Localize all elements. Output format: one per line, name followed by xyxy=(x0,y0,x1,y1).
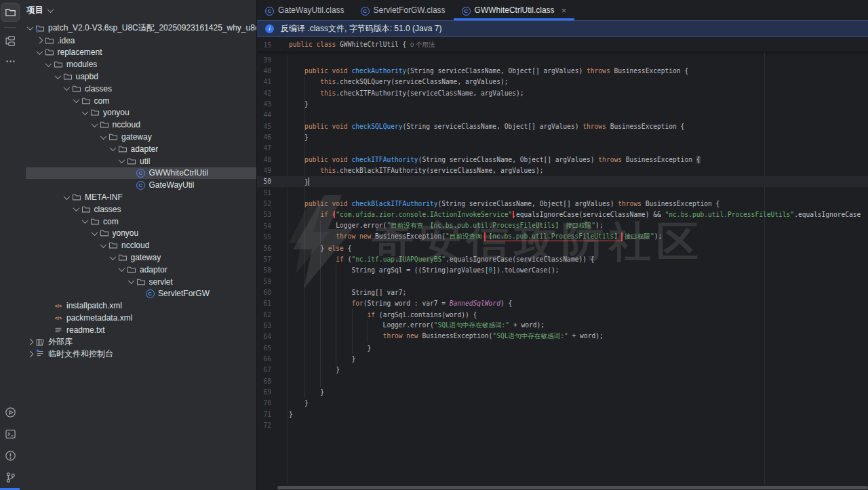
code-editor[interactable]: 3940 public void checkAuthority(String s… xyxy=(257,54,868,490)
tree-item-servlet[interactable]: servlet xyxy=(26,276,256,288)
chevron-down-icon[interactable] xyxy=(62,195,71,200)
tree-item--[interactable]: 外部库 xyxy=(26,336,256,348)
tree-item-com[interactable]: com xyxy=(26,216,256,228)
tree-item-GWWhiteCtrlUtil[interactable]: CGWWhiteCtrlUtil xyxy=(26,167,256,180)
chevron-down-icon[interactable] xyxy=(108,256,117,260)
chevron-down-icon[interactable] xyxy=(108,146,117,151)
code-line-46[interactable]: 46 } xyxy=(257,131,868,142)
code-line-72[interactable]: 72 xyxy=(257,420,868,430)
tree-item-adaptor[interactable]: adaptor xyxy=(26,264,256,276)
chevron-down-icon[interactable] xyxy=(99,243,108,248)
tree-item-replacement[interactable]: replacement xyxy=(26,47,256,59)
chevron-down-icon[interactable] xyxy=(54,75,62,79)
code-line-69[interactable]: 69 } xyxy=(257,386,868,397)
tree-item-yonyou[interactable]: yonyou xyxy=(26,107,256,119)
tree-item-GateWayUtil[interactable]: CGateWayUtil xyxy=(26,179,256,191)
code-line-54[interactable]: 54 Logger.error("目前没有查 【nc.bs.pub.util.P… xyxy=(257,220,868,231)
tree-item-patch_V2.0-V3.6sp_U8C-_20250923161425_why_u8c_-[interactable]: patch_V2.0-V3.6sp_U8C适配_20250923161425_w… xyxy=(26,22,256,35)
code-line-67[interactable]: 67 } xyxy=(257,365,868,375)
code-line-44[interactable]: 44 xyxy=(257,110,868,121)
tree-item-nccloud[interactable]: nccloud xyxy=(26,239,256,251)
terminal-icon[interactable] xyxy=(1,425,19,443)
code-line-68[interactable]: 68 xyxy=(257,375,868,386)
code-line-55[interactable]: 55 throw new BusinessException("目前没查询 【n… xyxy=(257,232,868,243)
tree-item-modules[interactable]: modules xyxy=(26,58,256,70)
chevron-down-icon[interactable] xyxy=(72,207,81,211)
chevron-down-icon[interactable] xyxy=(44,62,53,67)
code-line-56[interactable]: 56 } else { xyxy=(257,243,868,253)
tree-item-installpatch.xml[interactable]: </>installpatch.xml xyxy=(26,300,256,312)
tree-item-classes[interactable]: classes xyxy=(26,83,256,95)
tab-GWWhiteCtrlUtil.class[interactable]: CGWWhiteCtrlUtil.class× xyxy=(454,0,575,20)
chevron-down-icon[interactable] xyxy=(81,219,90,224)
code-line-62[interactable]: 62 if (argSql.contains(word)) { xyxy=(257,309,868,320)
code-line-71[interactable]: 71} xyxy=(257,409,868,420)
tree-item-util[interactable]: util xyxy=(26,155,256,167)
code-line-43[interactable]: 43 } xyxy=(257,98,868,109)
code-line-47[interactable]: 47 xyxy=(257,143,868,154)
code-line-53[interactable]: 53 if ("com.ufida.zior.console.IActionIn… xyxy=(257,209,868,220)
code-line-52[interactable]: 52 public void checkBlackITFAuthority(St… xyxy=(257,198,868,209)
chevron-down-icon[interactable] xyxy=(72,98,81,103)
code-line-49[interactable]: 49 this.checkBlackITFAuthority(serviceCl… xyxy=(257,165,868,176)
chevron-down-icon[interactable] xyxy=(127,279,136,284)
chevron-right-icon[interactable] xyxy=(35,38,44,43)
code-line-59[interactable]: 59 xyxy=(257,276,868,287)
tree-item-yonyou[interactable]: yonyou xyxy=(26,228,256,240)
problems-icon[interactable] xyxy=(1,447,19,464)
code-line-41[interactable]: 41 this.checkSQLQuery(serviceClassName, … xyxy=(257,77,868,87)
chevron-down-icon[interactable] xyxy=(35,50,44,55)
tree-item--[interactable]: 临时文件和控制台 xyxy=(26,348,256,361)
chevron-down-icon[interactable] xyxy=(117,159,126,163)
chevron-right-icon[interactable] xyxy=(26,352,35,356)
chevron-down-icon[interactable] xyxy=(81,110,90,115)
code-line-40[interactable]: 40 public void checkAuthority(String ser… xyxy=(257,65,868,76)
line-number: 41 xyxy=(257,78,289,85)
chevron-down-icon[interactable] xyxy=(90,123,99,127)
code-line-61[interactable]: 61 for(String word : var7 = BannedSqlWor… xyxy=(257,298,868,309)
tree-item-ServletForGW[interactable]: CServletForGW xyxy=(26,288,256,300)
tree-item-gateway[interactable]: gateway xyxy=(26,251,256,264)
code-line-57[interactable]: 57 if ("nc.itf.uap.IUAPQueryBS".equalsIg… xyxy=(257,253,868,264)
git-branch-icon[interactable] xyxy=(1,468,19,486)
project-folder-icon[interactable] xyxy=(1,3,20,22)
code-line-65[interactable]: 65 } xyxy=(257,342,868,353)
chevron-down-icon[interactable] xyxy=(99,135,108,140)
tree-item-.idea[interactable]: .idea xyxy=(26,35,256,47)
code-line-48[interactable]: 48 public void checkITFAuthority(String … xyxy=(257,154,868,165)
editor-pane[interactable]: CGateWayUtil.classCServletForGW.classCGW… xyxy=(257,0,868,490)
chevron-right-icon[interactable] xyxy=(26,340,35,344)
code-line-70[interactable]: 70 } xyxy=(257,398,868,409)
code-line-42[interactable]: 42 this.checkITFAuthority(serviceClassNa… xyxy=(257,87,868,98)
code-line-39[interactable]: 39 xyxy=(257,54,868,65)
code-line-51[interactable]: 51 xyxy=(257,187,868,198)
tab-GateWayUtil.class[interactable]: CGateWayUtil.class xyxy=(257,0,353,20)
chevron-down-icon[interactable] xyxy=(62,86,71,91)
code-line-60[interactable]: 60 String[] var7; xyxy=(257,287,868,298)
tree-item-classes[interactable]: classes xyxy=(26,203,256,216)
more-tools-icon[interactable] xyxy=(1,52,19,70)
tab-ServletForGW.class[interactable]: CServletForGW.class xyxy=(353,0,454,20)
chevron-down-icon[interactable] xyxy=(117,267,126,272)
code-line-64[interactable]: 64 throw new BusinessException("SQL语句中存在… xyxy=(257,331,868,342)
close-tab-icon[interactable]: × xyxy=(561,6,567,15)
code-line-63[interactable]: 63 Logger.error("SQL语句中存在敏感词:" + word); xyxy=(257,320,868,331)
chevron-down-icon[interactable] xyxy=(90,231,99,236)
code-line-50[interactable]: 50 } xyxy=(257,176,868,187)
tree-item-gateway[interactable]: gateway xyxy=(26,131,256,143)
project-panel-header[interactable]: 项目 xyxy=(20,0,256,20)
tree-item-META-INF[interactable]: META-INF xyxy=(26,191,256,203)
code-line-58[interactable]: 58 String argSql = ((String)argValues[0]… xyxy=(257,265,868,276)
services-run-icon[interactable] xyxy=(1,403,19,421)
code-line-66[interactable]: 66 } xyxy=(257,353,868,364)
tree-item-adapter[interactable]: adapter xyxy=(26,143,256,155)
chevron-down-icon[interactable] xyxy=(26,26,35,30)
tree-item-com[interactable]: com xyxy=(26,95,256,107)
structure-icon[interactable] xyxy=(1,32,19,49)
tree-item-packmetadata.xml[interactable]: </>packmetadata.xml xyxy=(26,312,256,324)
horizontal-scrollbar[interactable] xyxy=(277,486,868,489)
tree-item-uapbd[interactable]: uapbd xyxy=(26,70,256,83)
tree-item-readme.txt[interactable]: readme.txt xyxy=(26,324,256,336)
code-line-45[interactable]: 45 public void checkSQLQuery(String serv… xyxy=(257,121,868,131)
tree-item-nccloud[interactable]: nccloud xyxy=(26,119,256,131)
